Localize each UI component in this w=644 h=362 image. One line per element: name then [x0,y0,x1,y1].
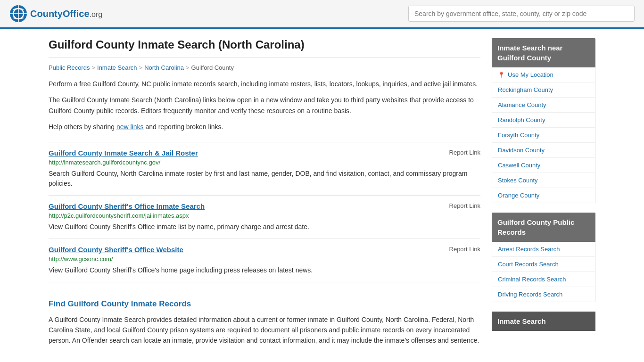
logo-area[interactable]: CountyOffice.org [9,5,102,23]
criminal-records-link[interactable]: Criminal Records Search [492,272,595,287]
find-records-section: Find Guilford County Inmate Records A Gu… [49,292,480,346]
nearby-section: Inmate Search near Guilford County 📍 Use… [492,38,595,203]
search-input[interactable] [408,6,635,22]
result-url-3[interactable]: http://www.gcsonc.com/ [49,255,480,263]
result-item-1: Guilford County Inmate Search & Jail Ros… [49,142,480,195]
result-title-3[interactable]: Guilford County Sheriff's Office Website [49,246,183,254]
results-list: Guilford County Inmate Search & Jail Ros… [49,142,480,282]
report-link-3[interactable]: Report Link [449,246,480,253]
nearby-links-list: 📍 Use My Location Rockingham County Alam… [492,67,595,203]
public-records-links-list: Arrest Records Search Court Records Sear… [492,242,595,302]
breadcrumb-inmate-search[interactable]: Inmate Search [97,64,137,71]
use-my-location-link[interactable]: 📍 Use My Location [492,67,595,82]
result-url-2[interactable]: http://p2c.guilfordcountysheriff.com/jai… [49,212,480,219]
forsyth-county-link[interactable]: Forsyth County [492,128,595,143]
inmate-search-section: Inmate Search [492,312,595,331]
caswell-county-link[interactable]: Caswell County [492,158,595,173]
davidson-county-link[interactable]: Davidson County [492,143,595,158]
result-desc-3: View Guilford County Sheriff's Office's … [49,265,480,275]
breadcrumb-guilford-county: Guilford County [191,64,234,71]
breadcrumb-north-carolina[interactable]: North Carolina [144,64,184,71]
result-header-3: Guilford County Sheriff's Office Website… [49,246,480,254]
page-title: Guilford County Inmate Search (North Car… [49,38,480,58]
result-title-1[interactable]: Guilford County Inmate Search & Jail Ros… [49,149,198,157]
new-links-link[interactable]: new links [116,123,144,131]
result-item-2: Guilford County Sheriff's Office Inmate … [49,195,480,239]
location-icon: 📍 [498,72,505,78]
report-link-2[interactable]: Report Link [449,202,480,209]
result-desc-1: Search Guilford County, North Carolina i… [49,169,480,189]
sharing-text: Help others by sharing new links and rep… [49,122,480,132]
result-desc-2: View Guilford County Sheriff's Office in… [49,222,480,232]
inmate-search-header: Inmate Search [492,312,595,331]
find-records-title: Find Guilford County Inmate Records [49,299,480,309]
nearby-section-header: Inmate Search near Guilford County [492,38,595,67]
rockingham-county-link[interactable]: Rockingham County [492,82,595,98]
logo-text: CountyOffice.org [30,8,102,19]
breadcrumb: Public Records > Inmate Search > North C… [49,64,480,71]
sharing-before: Help others by sharing [49,123,116,131]
sharing-after: and reporting broken links. [144,123,223,131]
result-title-2[interactable]: Guilford County Sheriff's Office Inmate … [49,202,205,210]
randolph-county-link[interactable]: Randolph County [492,113,595,128]
breadcrumb-public-records[interactable]: Public Records [49,64,90,71]
breadcrumb-sep-3: > [186,64,190,71]
report-link-1[interactable]: Report Link [449,149,480,156]
result-header-2: Guilford County Sheriff's Office Inmate … [49,202,480,210]
public-records-section: Guilford County Public Records Arrest Re… [492,213,595,302]
logo-icon [9,5,27,23]
main-container: Guilford County Inmate Search (North Car… [39,29,605,355]
arrest-records-link[interactable]: Arrest Records Search [492,242,595,257]
driving-records-link[interactable]: Driving Records Search [492,287,595,302]
alamance-county-link[interactable]: Alamance County [492,98,595,113]
content-area: Guilford County Inmate Search (North Car… [49,38,480,346]
find-records-text: A Guilford County Inmate Search provides… [49,314,480,346]
orange-county-link[interactable]: Orange County [492,188,595,203]
site-header: CountyOffice.org [0,0,644,29]
breadcrumb-sep-1: > [91,64,95,71]
breadcrumb-sep-2: > [139,64,143,71]
court-records-link[interactable]: Court Records Search [492,257,595,272]
result-url-1[interactable]: http://inmatesearch.guilfordcountync.gov… [49,159,480,166]
sidebar: Inmate Search near Guilford County 📍 Use… [492,38,595,346]
intro-paragraph-2: The Guilford County Inmate Search (North… [49,95,480,116]
result-header-1: Guilford County Inmate Search & Jail Ros… [49,149,480,157]
stokes-county-link[interactable]: Stokes County [492,173,595,188]
use-location-label: Use My Location [508,71,553,78]
result-item-3: Guilford County Sheriff's Office Website… [49,239,480,282]
public-records-header: Guilford County Public Records [492,213,595,242]
intro-paragraph-1: Perform a free Guilford County, NC publi… [49,79,480,89]
